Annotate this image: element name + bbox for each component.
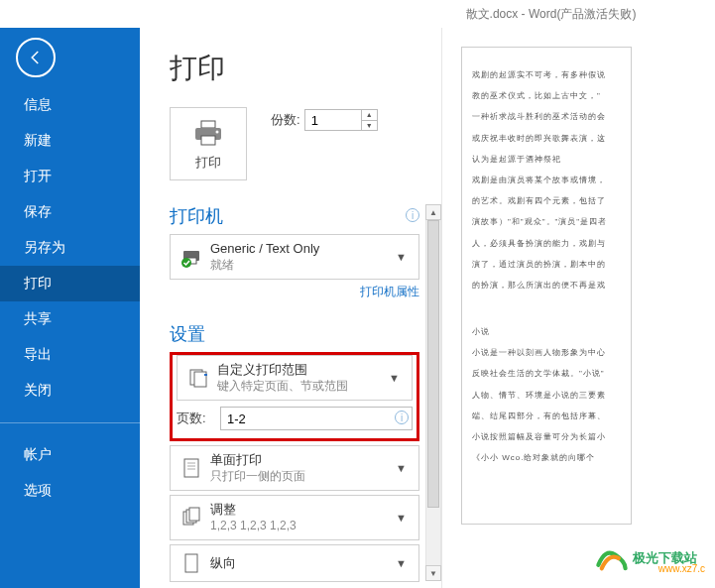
scroll-thumb[interactable] [427, 220, 439, 508]
sidebar-item-info[interactable]: 信息 [0, 87, 140, 123]
printer-status: 就绪 [210, 258, 392, 273]
chevron-down-icon: ▼ [392, 557, 411, 569]
duplex-title: 单面打印 [210, 452, 392, 468]
printer-dropdown[interactable]: Generic / Text Only 就绪 ▼ [170, 234, 419, 280]
copies-label: 份数: [271, 111, 300, 129]
site-watermark: 极光下载站 www.xz7.c [595, 544, 697, 572]
duplex-subtitle: 只打印一侧的页面 [210, 469, 392, 484]
watermark-logo-icon [595, 544, 629, 572]
print-panel: 打印 打印 份数: ▲ [140, 28, 715, 588]
sidebar-item-open[interactable]: 打开 [0, 159, 140, 194]
printer-heading: 打印机 i [170, 204, 419, 228]
print-button[interactable]: 打印 [170, 107, 247, 180]
portrait-icon [179, 552, 204, 574]
copies-input[interactable] [305, 110, 361, 130]
range-subtitle: 键入特定页面、节或范围 [217, 379, 385, 394]
printer-icon [192, 120, 224, 148]
watermark-url: www.xz7.c [658, 563, 705, 574]
range-title: 自定义打印范围 [217, 362, 385, 378]
chevron-down-icon: ▼ [392, 251, 411, 263]
pages-label: 页数: [177, 410, 220, 427]
sidebar-item-saveas[interactable]: 另存为 [0, 230, 140, 266]
pages-icon [185, 367, 211, 389]
svg-point-3 [216, 131, 219, 134]
printer-name: Generic / Text Only [210, 241, 392, 257]
page-title: 打印 [170, 50, 419, 87]
window-title: 散文.docx - Word(产品激活失败) [0, 0, 715, 28]
chevron-down-icon: ▼ [385, 372, 404, 384]
collate-subtitle: 1,2,3 1,2,3 1,2,3 [210, 519, 392, 533]
svg-rect-9 [184, 459, 198, 477]
single-side-icon [179, 457, 204, 479]
collate-title: 调整 [210, 502, 392, 518]
svg-rect-16 [185, 554, 197, 572]
sidebar-separator [0, 422, 140, 423]
svg-rect-15 [189, 508, 199, 521]
sidebar-item-save[interactable]: 保存 [0, 194, 140, 230]
orientation-dropdown[interactable]: 纵向 ▼ [170, 544, 419, 582]
backstage-sidebar: 信息 新建 打开 保存 另存为 打印 共享 导出 关闭 帐户 选项 [0, 28, 140, 588]
settings-scrollbar[interactable]: ▲ ▼ [425, 204, 441, 581]
sidebar-item-print[interactable]: 打印 [0, 266, 140, 301]
pages-input[interactable] [220, 407, 413, 430]
svg-rect-2 [201, 136, 215, 145]
scroll-track[interactable] [425, 220, 441, 565]
highlight-annotation: 自定义打印范围 键入特定页面、节或范围 ▼ 页数: i [170, 352, 419, 441]
svg-rect-0 [201, 121, 215, 128]
copies-up[interactable]: ▲ [362, 110, 377, 121]
scroll-down-button[interactable]: ▼ [425, 565, 441, 581]
print-range-dropdown[interactable]: 自定义打印范围 键入特定页面、节或范围 ▼ [177, 355, 413, 401]
chevron-down-icon: ▼ [392, 462, 411, 474]
sidebar-item-export[interactable]: 导出 [0, 337, 140, 373]
info-icon[interactable]: i [395, 411, 409, 424]
print-button-label: 打印 [195, 154, 221, 172]
printer-status-icon [179, 246, 204, 268]
sidebar-item-share[interactable]: 共享 [0, 301, 140, 337]
svg-point-6 [181, 258, 191, 268]
sidebar-item-new[interactable]: 新建 [0, 123, 140, 159]
info-icon[interactable]: i [406, 208, 419, 222]
sidebar-item-close[interactable]: 关闭 [0, 373, 140, 409]
sidebar-item-account[interactable]: 帐户 [0, 437, 140, 473]
collate-dropdown[interactable]: 调整 1,2,3 1,2,3 1,2,3 ▼ [170, 495, 419, 540]
orientation-title: 纵向 [210, 555, 392, 571]
copies-down[interactable]: ▼ [362, 121, 377, 131]
collate-icon [179, 507, 204, 529]
printer-properties-link[interactable]: 打印机属性 [360, 285, 419, 298]
preview-page: 戏剧的起源实不可考，有多种假说 教的巫术仪式，比如上古中文，" 一种祈求战斗胜利… [462, 48, 631, 524]
settings-heading: 设置 [170, 322, 419, 346]
duplex-dropdown[interactable]: 单面打印 只打印一侧的页面 ▼ [170, 445, 419, 491]
chevron-down-icon: ▼ [392, 512, 411, 524]
back-button[interactable] [16, 38, 56, 77]
print-preview: 戏剧的起源实不可考，有多种假说 教的巫术仪式，比如上古中文，" 一种祈求战斗胜利… [441, 28, 715, 588]
copies-spinner[interactable]: ▲ ▼ [304, 109, 378, 131]
sidebar-item-options[interactable]: 选项 [0, 473, 140, 509]
scroll-up-button[interactable]: ▲ [425, 204, 441, 220]
